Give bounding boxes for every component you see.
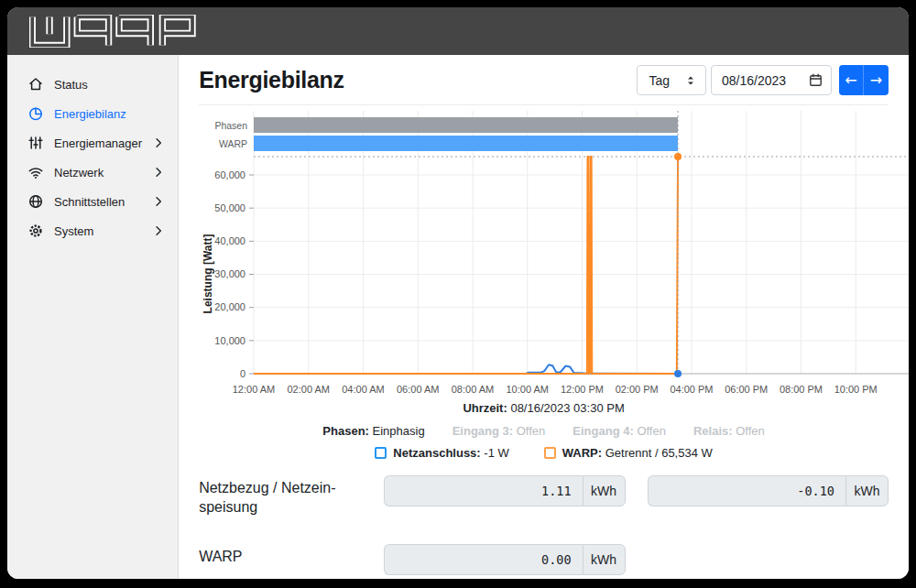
svg-text:0: 0 (240, 368, 245, 379)
netzeinspeisung-field-group: kWh (648, 475, 889, 506)
top-bar (7, 7, 909, 55)
svg-text:12:00 AM: 12:00 AM (233, 384, 275, 395)
netzbezug-field-group: kWh (384, 475, 625, 506)
totals-section: Netzbezug / Netzein­speisung kWh kWh WAR (199, 475, 889, 579)
sidebar-item-label: Status (54, 78, 88, 92)
sidebar-item-energiebilanz[interactable]: Energiebilanz (7, 99, 178, 128)
legend-swatch-netzanschluss (375, 447, 387, 459)
svg-text:10:00 AM: 10:00 AM (507, 384, 549, 395)
page-title: Energiebilanz (199, 67, 344, 93)
chevron-right-icon (152, 166, 165, 179)
sidebar-item-energiemanager[interactable]: Energiemanager (7, 128, 178, 158)
app-window: Status Energiebilanz Energiemanager Netz… (7, 7, 909, 579)
legend-item-warp[interactable]: WARP: Getrennt / 65,534 W (544, 446, 713, 460)
sidebar-item-system[interactable]: System (7, 216, 178, 245)
unit-addon: kWh (845, 475, 889, 506)
totals-label: Netzbezug / Netzein­speisung (199, 475, 384, 517)
warp-value-input[interactable] (384, 544, 582, 575)
status-relais: Relais: Offen (693, 424, 765, 438)
svg-text:20,000: 20,000 (214, 301, 245, 312)
status-phasen: Phasen: Einphasig (322, 424, 424, 438)
svg-text:Leistung [Watt]: Leistung [Watt] (202, 234, 214, 314)
energy-chart[interactable]: PhasenWARP010,00020,00030,00040,00050,00… (199, 109, 909, 400)
pie-chart-icon (27, 105, 44, 122)
status-row: Phasen: Einphasig Eingang 3: Offen Einga… (199, 424, 889, 438)
netzeinspeisung-value-input[interactable] (648, 475, 845, 506)
globe-icon (27, 193, 44, 210)
sidebar-item-label: Schnittstellen (54, 195, 125, 209)
svg-text:02:00 PM: 02:00 PM (616, 384, 659, 395)
svg-text:08:00 AM: 08:00 AM (452, 384, 494, 395)
totals-label: WARP (199, 544, 384, 575)
totals-row-netzbezug: Netzbezug / Netzein­speisung kWh kWh (199, 475, 889, 517)
svg-text:10:00 PM: 10:00 PM (834, 384, 878, 395)
svg-text:WARP: WARP (219, 138, 247, 149)
sliders-icon (27, 135, 44, 151)
warp-field-group: kWh (384, 544, 625, 575)
calendar-icon[interactable] (809, 73, 823, 87)
svg-text:04:00 PM: 04:00 PM (671, 384, 714, 395)
svg-text:50,000: 50,000 (214, 202, 245, 213)
netzbezug-value-input[interactable] (384, 475, 582, 506)
svg-text:06:00 PM: 06:00 PM (725, 384, 768, 395)
svg-text:30,000: 30,000 (214, 268, 245, 279)
chevron-right-icon (152, 224, 165, 237)
gear-icon (27, 223, 44, 239)
next-day-button[interactable]: → (864, 65, 889, 95)
svg-text:Phasen: Phasen (215, 120, 248, 131)
totals-row-warp: WARP kWh (199, 544, 889, 575)
svg-text:02:00 AM: 02:00 AM (288, 384, 330, 395)
cursor-time-label: Uhrzeit: (463, 401, 507, 415)
svg-text:10,000: 10,000 (214, 335, 245, 346)
select-caret-icon (684, 74, 697, 87)
sidebar-item-label: System (54, 224, 93, 238)
status-eingang-3: Eingang 3: Offen (453, 424, 546, 438)
svg-text:12:00 PM: 12:00 PM (561, 384, 604, 395)
range-select-value: Tag (649, 73, 670, 88)
main-content: Energiebilanz Tag ← → (179, 55, 909, 579)
range-select[interactable]: Tag (637, 65, 706, 95)
sidebar-item-label: Netzwerk (54, 166, 104, 180)
previous-day-button[interactable]: ← (839, 65, 864, 95)
sidebar-item-label: Energiemanager (54, 136, 142, 150)
date-input[interactable] (722, 73, 799, 88)
status-eingang-4: Eingang 4: Offen (572, 424, 666, 438)
cursor-time-value: 08/16/2023 03:30 PM (510, 401, 624, 415)
legend-item-netzanschluss[interactable]: Netzanschluss: -1 W (375, 446, 508, 460)
svg-text:60,000: 60,000 (214, 169, 245, 180)
warp-logo-icon (29, 15, 209, 48)
sidebar-item-label: Energiebilanz (54, 107, 126, 121)
chart-area: PhasenWARP010,00020,00030,00040,00050,00… (199, 105, 889, 400)
sidebar: Status Energiebilanz Energiemanager Netz… (7, 55, 179, 579)
svg-text:08:00 PM: 08:00 PM (780, 384, 823, 395)
sidebar-item-schnittstellen[interactable]: Schnittstellen (7, 187, 178, 216)
svg-text:40,000: 40,000 (214, 235, 245, 246)
svg-text:04:00 AM: 04:00 AM (342, 384, 384, 395)
home-icon (27, 76, 44, 93)
unit-addon: kWh (583, 475, 626, 506)
chevron-right-icon (152, 136, 165, 149)
chevron-right-icon (152, 195, 165, 208)
legend-swatch-warp (544, 447, 556, 459)
date-picker (711, 65, 832, 95)
sidebar-item-netzwerk[interactable]: Netzwerk (7, 158, 178, 187)
svg-text:06:00 AM: 06:00 AM (397, 384, 439, 395)
unit-addon: kWh (583, 544, 626, 575)
chart-legend: Netzanschluss: -1 W WARP: Getrennt / 65,… (199, 446, 889, 460)
sidebar-item-status[interactable]: Status (7, 70, 178, 99)
cursor-time-row: Uhrzeit: 08/16/2023 03:30 PM (199, 401, 889, 415)
wifi-icon (27, 164, 44, 180)
